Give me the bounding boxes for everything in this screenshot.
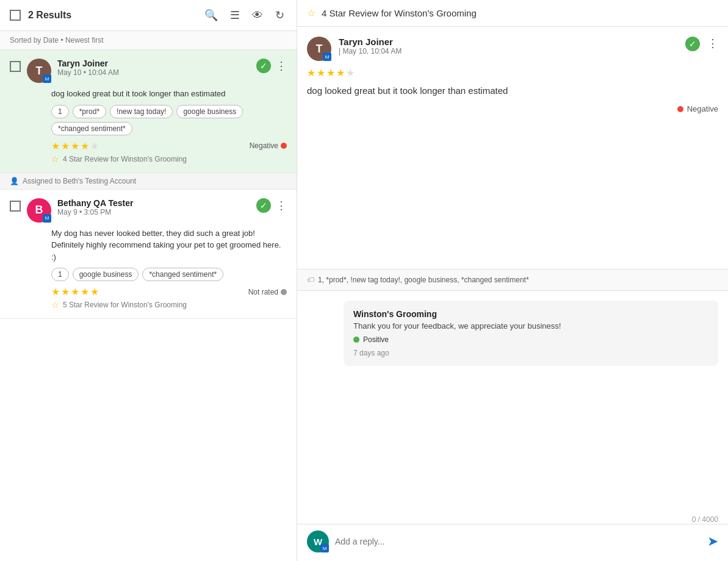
avatar-badge-2: M <box>43 214 51 223</box>
review-link-1: ☆ 4 Star Review for Winston's Grooming <box>51 154 287 164</box>
star-1-1: ★ <box>51 140 60 152</box>
assigned-label: Assigned to Beth's Testing Account <box>23 177 136 185</box>
reply-author: Winston's Grooming <box>353 309 708 319</box>
right-sentiment-dot <box>677 106 683 112</box>
right-sentiment-label: Negative <box>687 104 718 113</box>
right-content: T M Taryn Joiner | May 10, 10:04 AM ✓ ⋮ … <box>297 27 728 269</box>
review-actions-1: ✓ ⋮ <box>256 59 287 73</box>
tags-section: 🏷 1, *prod*, !new tag today!, google bus… <box>297 269 728 291</box>
right-stars: ★ ★ ★ ★ ★ <box>307 67 718 79</box>
right-reviewer-row: T M Taryn Joiner | May 10, 10:04 AM ✓ ⋮ <box>307 37 718 61</box>
stars-2: ★ ★ ★ ★ ★ <box>51 286 99 298</box>
star-2-1: ★ <box>51 286 60 298</box>
reply-sentiment-dot <box>353 337 359 343</box>
review-date-2: May 9 • 3:05 PM <box>57 208 250 216</box>
reply-text: Thank you for your feedback, we apprecia… <box>353 321 708 331</box>
right-check-circle: ✓ <box>685 37 700 51</box>
hide-button[interactable]: 👁 <box>250 7 265 24</box>
avatar-2: B M <box>27 198 51 223</box>
reply-area: Winston's Grooming Thank you for your fe… <box>297 291 728 513</box>
right-reviewer-date: | May 10, 10:04 AM <box>339 47 678 55</box>
review-meta-1: Taryn Joiner May 10 • 10:04 AM <box>57 59 250 77</box>
select-all-checkbox[interactable] <box>10 10 21 21</box>
tag-1-5[interactable]: *changed sentiment* <box>51 122 132 135</box>
char-count: 0 / 4000 <box>297 513 728 524</box>
search-button[interactable]: 🔍 <box>202 6 220 24</box>
send-button[interactable]: ➤ <box>707 534 718 549</box>
right-review-text: dog looked great but it took longer than… <box>307 84 718 98</box>
reviews-list: T M Taryn Joiner May 10 • 10:04 AM ✓ ⋮ d… <box>0 50 297 561</box>
reviewer-name-2: Bethany QA Tester <box>57 198 250 208</box>
star-1-4: ★ <box>81 140 89 152</box>
star-link-icon-1: ☆ <box>51 154 59 164</box>
reply-card: Winston's Grooming Thank you for your fe… <box>344 301 718 366</box>
star-2-4: ★ <box>81 286 89 298</box>
avatar-1: T M <box>27 59 51 83</box>
right-star-4: ★ <box>336 67 345 79</box>
review-link-2: ☆ 5 Star Review for Winston's Grooming <box>51 300 287 310</box>
sort-bar: Sorted by Date • Newest first <box>0 31 297 50</box>
tags-line: 1, *prod*, !new tag today!, google busin… <box>318 276 529 284</box>
review-item-1[interactable]: T M Taryn Joiner May 10 • 10:04 AM ✓ ⋮ d… <box>0 50 297 173</box>
reviewer-name-1: Taryn Joiner <box>57 59 250 68</box>
left-header: 2 Results 🔍 ☰ 👁 ↻ <box>0 0 297 31</box>
avatar-badge-1: M <box>43 74 51 83</box>
star-link-icon-2: ☆ <box>51 300 59 310</box>
tag-2-1[interactable]: 1 <box>51 268 69 281</box>
left-panel: 2 Results 🔍 ☰ 👁 ↻ Sorted by Date • Newes… <box>0 0 297 561</box>
review-actions-2: ✓ ⋮ <box>256 198 287 213</box>
tag-2-3[interactable]: *changed sentiment* <box>142 268 223 281</box>
star-1-2: ★ <box>61 140 70 152</box>
star-2-3: ★ <box>71 286 79 298</box>
right-star-5: ★ <box>346 67 355 79</box>
sentiment-label-2: Not rated <box>248 288 278 296</box>
star-1-3: ★ <box>71 140 79 152</box>
review-link-text-1: 4 Star Review for Winston's Grooming <box>63 155 187 163</box>
stars-1: ★ ★ ★ ★ ★ <box>51 140 99 152</box>
right-reviewer-name: Taryn Joiner <box>339 37 678 47</box>
check-circle-1: ✓ <box>256 59 271 73</box>
review-item-2[interactable]: B M Bethany QA Tester May 9 • 3:05 PM ✓ … <box>0 190 297 320</box>
tag-1-2[interactable]: *prod* <box>73 105 106 118</box>
reply-input[interactable] <box>335 537 701 546</box>
tag-2-2[interactable]: google business <box>73 268 139 281</box>
tags-row-2: 1 google business *changed sentiment* <box>51 268 287 281</box>
sentiment-dot-1 <box>281 143 287 149</box>
right-header-title: 4 Star Review for Winston's Grooming <box>322 8 718 18</box>
reply-time: 7 days ago <box>353 349 708 357</box>
right-header: ☆ 4 Star Review for Winston's Grooming <box>297 0 728 27</box>
tags-row-1: 1 *prod* !new tag today! google business… <box>51 105 287 135</box>
reply-input-row: W M ➤ <box>297 524 728 561</box>
current-user-avatar: W M <box>307 531 329 552</box>
stars-row-2: ★ ★ ★ ★ ★ Not rated <box>51 286 287 298</box>
refresh-button[interactable]: ↻ <box>273 6 287 24</box>
right-reviewer-info: Taryn Joiner | May 10, 10:04 AM <box>339 37 678 55</box>
results-count: 2 Results <box>28 10 195 21</box>
reply-sentiment-label: Positive <box>363 335 389 344</box>
right-star-3: ★ <box>326 67 335 79</box>
star-2-5: ★ <box>90 286 99 298</box>
reply-sentiment: Positive <box>353 335 708 344</box>
right-star-1: ★ <box>307 67 315 79</box>
right-avatar-badge: M <box>323 52 331 61</box>
stars-row-1: ★ ★ ★ ★ ★ Negative <box>51 140 287 152</box>
tag-1-4[interactable]: google business <box>176 105 243 118</box>
review-link-text-2: 5 Star Review for Winston's Grooming <box>63 301 187 309</box>
sentiment-dot-2 <box>281 289 287 295</box>
right-more-button[interactable]: ⋮ <box>707 37 718 50</box>
review-checkbox-1[interactable] <box>10 61 21 72</box>
more-button-2[interactable]: ⋮ <box>276 199 287 212</box>
review-meta-2: Bethany QA Tester May 9 • 3:05 PM <box>57 198 250 216</box>
right-avatar: T M <box>307 37 331 61</box>
right-header-star-icon: ☆ <box>307 7 315 19</box>
review-date-1: May 10 • 10:04 AM <box>57 68 250 77</box>
more-button-1[interactable]: ⋮ <box>276 59 287 73</box>
review-checkbox-2[interactable] <box>10 201 21 212</box>
tag-1-1[interactable]: 1 <box>51 105 69 118</box>
assigned-bar: 👤 Assigned to Beth's Testing Account <box>0 173 297 190</box>
tag-1-3[interactable]: !new tag today! <box>110 105 173 118</box>
sentiment-label-1: Negative <box>250 141 278 150</box>
filter-button[interactable]: ☰ <box>228 6 242 24</box>
person-add-icon: 👤 <box>10 177 19 185</box>
sentiment-badge-1: Negative <box>250 141 287 150</box>
